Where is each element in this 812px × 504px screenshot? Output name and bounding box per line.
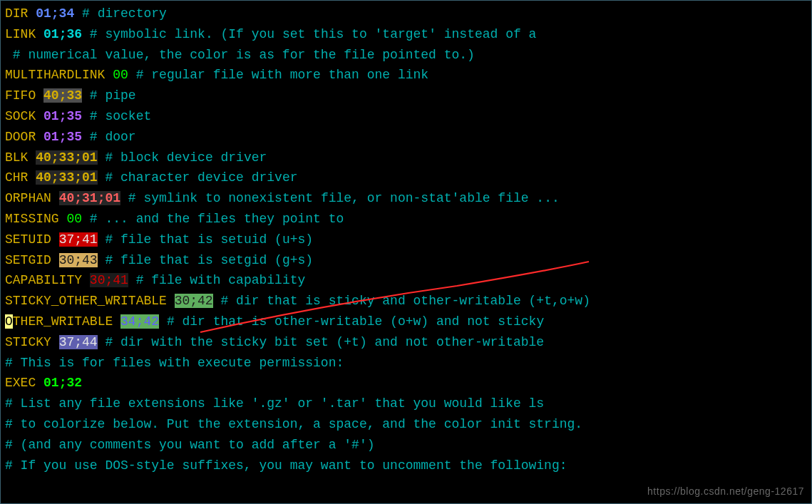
config-key: DIR	[5, 6, 28, 21]
config-key: MULTIHARDLINK	[5, 68, 105, 82]
config-comment: # regular file with more than one link	[136, 68, 428, 82]
config-line: DIR 01;34 # directory	[5, 4, 807, 24]
config-comment: # socket	[90, 109, 151, 123]
config-value: 01;32	[43, 376, 82, 390]
config-key: CAPABILITY	[5, 273, 82, 287]
config-line: STICKY 37;44 # dir with the sticky bit s…	[5, 332, 807, 353]
config-key: STICKY	[5, 335, 51, 349]
terminal-editor-pane[interactable]: DIR 01;34 # directory LINK 01;36 # symbo…	[5, 4, 807, 475]
config-line: CHR 40;33;01 # character device driver	[5, 168, 807, 188]
config-comment-line: # If you use DOS-style suffixes, you may…	[5, 456, 807, 476]
config-key: STICKY_OTHER_WRITABLE	[5, 294, 167, 308]
scroll-percent: 25%	[754, 500, 777, 504]
config-value: 30;43	[59, 253, 98, 267]
config-key: THER_WRITABLE	[13, 314, 113, 329]
config-value: 34;42	[120, 314, 159, 329]
config-comment: # file that is setgid (g+s)	[105, 253, 313, 267]
config-comment-line: # (and any comments you want to add afte…	[5, 435, 807, 456]
config-value: 01;36	[43, 27, 82, 41]
config-comment-line: # This is for files with execute permiss…	[5, 353, 807, 374]
config-line: CAPABILITY 30;41 # file with capability	[5, 270, 807, 291]
config-comment-line: # numerical value, the color is as for t…	[5, 45, 807, 66]
config-value: 30;41	[90, 273, 128, 287]
config-value: 40;33;01	[36, 150, 97, 165]
config-key: SOCK	[5, 109, 36, 123]
config-line: OTHER_WRITABLE 34;42 # dir that is other…	[5, 312, 807, 332]
config-comment: # file with capability	[136, 273, 306, 287]
config-value: 37;44	[59, 335, 98, 349]
config-comment: # ... and the files they point to	[90, 212, 344, 226]
config-line: FIFO 40;33 # pipe	[5, 86, 807, 106]
config-line: SOCK 01;35 # socket	[5, 106, 807, 127]
cursor: O	[5, 314, 13, 329]
config-comment: # door	[90, 130, 136, 144]
config-value: 00	[113, 68, 128, 82]
config-key: ORPHAN	[5, 191, 51, 205]
config-value: 01;34	[36, 6, 74, 21]
config-comment: # character device driver	[105, 170, 297, 185]
config-key: DOOR	[5, 130, 36, 144]
config-comment: # directory	[82, 6, 167, 21]
config-comment-line: # to colorize below. Put the extension, …	[5, 414, 807, 435]
config-line: SETUID 37;41 # file that is setuid (u+s)	[5, 230, 807, 250]
config-value: 30;42	[175, 294, 213, 308]
config-value: 40;33;01	[36, 170, 97, 185]
config-key: MISSING	[5, 212, 59, 226]
config-key: SETGID	[5, 253, 51, 267]
config-comment: # block device driver	[105, 150, 267, 165]
source-watermark: https://blog.csdn.net/geng-12617	[647, 483, 804, 499]
config-key: LINK	[5, 27, 36, 41]
config-key: CHR	[5, 170, 28, 185]
config-key: SETUID	[5, 232, 51, 247]
config-line: MULTIHARDLINK 00 # regular file with mor…	[5, 65, 807, 86]
config-key: EXEC	[5, 376, 36, 390]
config-value: 00	[66, 212, 82, 226]
config-line: ORPHAN 40;31;01 # symlink to nonexistent…	[5, 188, 807, 209]
config-line: MISSING 00 # ... and the files they poin…	[5, 209, 807, 230]
config-key: BLK	[5, 150, 28, 165]
config-comment: # dir that is other-writable (o+w) and n…	[167, 314, 544, 329]
config-line: LINK 01;36 # symbolic link. (If you set …	[5, 24, 807, 45]
config-line: DOOR 01;35 # door	[5, 127, 807, 148]
config-line: SETGID 30;43 # file that is setgid (g+s)	[5, 250, 807, 271]
config-comment: # dir with the sticky bit set (+t) and n…	[105, 335, 544, 349]
config-comment: # dir that is sticky and other-writable …	[220, 294, 590, 308]
config-key: FIFO	[5, 88, 36, 103]
cursor-position: 60,1	[567, 500, 597, 504]
config-comment: # symlink to nonexistent file, or non-st…	[128, 191, 560, 205]
config-line: BLK 40;33;01 # block device driver	[5, 148, 807, 168]
config-line: STICKY_OTHER_WRITABLE 30;42 # dir that i…	[5, 291, 807, 312]
config-comment: # file that is setuid (u+s)	[105, 232, 313, 247]
config-line: EXEC 01;32	[5, 373, 807, 394]
config-value: 40;31;01	[59, 191, 120, 205]
config-comment: # pipe	[90, 88, 136, 103]
config-comment: # symbolic link. (If you set this to 'ta…	[90, 27, 537, 41]
config-value: 01;35	[43, 130, 82, 144]
config-value: 40;33	[43, 88, 82, 103]
config-value: 37;41	[59, 232, 98, 247]
config-value: 01;35	[43, 109, 82, 123]
config-comment-line: # List any file extensions like '.gz' or…	[5, 394, 807, 414]
